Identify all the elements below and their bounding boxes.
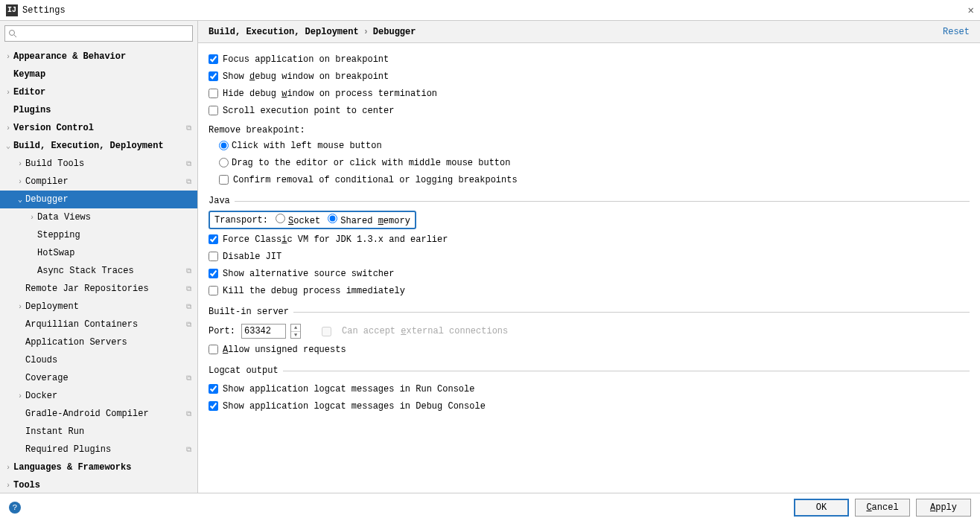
sidebar-item-label: Appearance & Behavior	[13, 51, 126, 62]
allow-unsigned-label: Allow unsigned requests	[223, 345, 346, 355]
chevron-right-icon: ›	[6, 53, 13, 61]
can-accept-label: Can accept external connections	[342, 326, 508, 336]
sidebar-item-debugger[interactable]: ⌄Debugger	[0, 191, 197, 208]
java-section: Java Transport: Socket Shared memory For…	[209, 196, 970, 299]
apply-button[interactable]: Apply	[916, 499, 971, 517]
sidebar-item-version-control[interactable]: ›Version Control⧉	[0, 119, 197, 137]
search-input[interactable]	[4, 25, 193, 42]
sidebar-item-label: Stepping	[37, 230, 80, 240]
help-icon[interactable]: ?	[9, 502, 21, 514]
sidebar-item-keymap[interactable]: Keymap	[0, 65, 197, 83]
sidebar-item-clouds[interactable]: Clouds	[0, 351, 197, 369]
socket-option[interactable]: Socket	[276, 214, 320, 226]
sidebar-item-required-plugins[interactable]: Required Plugins⧉	[0, 441, 197, 458]
chevron-right-icon: ›	[6, 89, 13, 97]
sidebar-item-tools[interactable]: ›Tools	[0, 476, 197, 493]
titlebar: IJ Settings ✕	[0, 0, 980, 21]
project-scope-icon: ⧉	[186, 446, 191, 454]
sidebar-item-plugins[interactable]: Plugins	[0, 101, 197, 119]
show-debug-checkbox[interactable]	[209, 71, 218, 81]
can-accept-checkbox	[322, 327, 331, 336]
reset-link[interactable]: Reset	[943, 27, 970, 37]
sidebar-item-label: Build Tools	[25, 159, 84, 169]
sidebar-item-stepping[interactable]: Stepping	[0, 226, 197, 244]
sidebar-item-compiler[interactable]: ›Compiler⧉	[0, 173, 197, 191]
sidebar-item-async-stack-traces[interactable]: Async Stack Traces⧉	[0, 262, 197, 280]
sidebar-item-label: Plugins	[13, 105, 51, 115]
transport-group: Transport: Socket Shared memory	[209, 211, 416, 229]
sidebar-item-data-views[interactable]: ›Data Views	[0, 208, 197, 226]
logcat-section: Logcat output Show application logcat me…	[209, 365, 970, 415]
sidebar-item-languages-frameworks[interactable]: ›Languages & Frameworks	[0, 458, 197, 476]
chevron-right-icon: ›	[6, 464, 13, 472]
scroll-exec-checkbox[interactable]	[209, 106, 218, 115]
kill-debug-checkbox[interactable]	[209, 286, 218, 295]
sidebar-item-label: Instant Run	[25, 426, 84, 437]
sidebar-item-label: Editor	[13, 87, 45, 98]
sidebar-item-label: Data Views	[37, 212, 91, 223]
drag-middle-radio[interactable]	[219, 158, 229, 167]
project-scope-icon: ⧉	[186, 321, 191, 329]
hide-debug-checkbox[interactable]	[209, 89, 218, 98]
chevron-down-icon[interactable]: ▼	[291, 332, 300, 339]
sidebar-item-deployment[interactable]: ›Deployment⧉	[0, 298, 197, 316]
sidebar: ›Appearance & BehaviorKeymap›EditorPlugi…	[0, 21, 198, 493]
sidebar-item-label: Application Servers	[25, 337, 127, 348]
sidebar-item-instant-run[interactable]: Instant Run	[0, 423, 197, 441]
project-scope-icon: ⧉	[186, 178, 191, 186]
sidebar-item-gradle-android-compiler[interactable]: Gradle-Android Compiler⧉	[0, 405, 197, 423]
chevron-up-icon[interactable]: ▲	[291, 325, 300, 332]
sidebar-item-docker[interactable]: ›Docker	[0, 387, 197, 405]
show-debug-label: Show debug window on breakpoint	[223, 71, 389, 82]
content: Build, Execution, Deployment › Debugger …	[198, 21, 980, 493]
project-scope-icon: ⧉	[186, 267, 191, 275]
logcat-debug-checkbox[interactable]	[209, 401, 218, 411]
hide-debug-label: Hide debug window on process termination	[223, 89, 437, 99]
sidebar-item-remote-jar-repositories[interactable]: Remote Jar Repositories⧉	[0, 280, 197, 298]
cancel-button[interactable]: Cancel	[855, 499, 910, 517]
sidebar-item-label: Required Plugins	[25, 444, 111, 455]
remove-bp-label: Remove breakpoint:	[209, 125, 970, 135]
sidebar-item-editor[interactable]: ›Editor	[0, 83, 197, 101]
port-input[interactable]	[241, 324, 286, 339]
scroll-exec-label: Scroll execution point to center	[223, 106, 394, 116]
sidebar-item-appearance-behavior[interactable]: ›Appearance & Behavior	[0, 48, 197, 65]
kill-debug-label: Kill the debug process immediately	[223, 286, 405, 296]
sidebar-item-label: Tools	[13, 480, 40, 490]
sidebar-item-label: Gradle-Android Compiler	[25, 409, 149, 419]
sidebar-item-hotswap[interactable]: HotSwap	[0, 244, 197, 262]
sidebar-item-build-execution-deployment[interactable]: ⌄Build, Execution, Deployment	[0, 137, 197, 155]
server-legend: Built-in server	[209, 307, 293, 317]
show-alt-checkbox[interactable]	[209, 269, 218, 278]
sidebar-item-build-tools[interactable]: ›Build Tools⧉	[0, 155, 197, 173]
focus-app-checkbox[interactable]	[209, 54, 218, 64]
port-spinner[interactable]: ▲▼	[290, 324, 301, 339]
project-scope-icon: ⧉	[186, 374, 191, 383]
main: ›Appearance & BehaviorKeymap›EditorPlugi…	[0, 21, 980, 493]
disable-jit-checkbox[interactable]	[209, 252, 218, 261]
focus-app-label: Focus application on breakpoint	[223, 54, 389, 65]
chevron-right-icon: ›	[18, 392, 25, 400]
sidebar-item-arquillian-containers[interactable]: Arquillian Containers⧉	[0, 316, 197, 333]
settings-tree[interactable]: ›Appearance & BehaviorKeymap›EditorPlugi…	[0, 46, 197, 493]
sidebar-item-application-servers[interactable]: Application Servers	[0, 333, 197, 351]
sidebar-item-coverage[interactable]: Coverage⧉	[0, 369, 197, 387]
chevron-down-icon: ⌄	[6, 141, 13, 150]
ok-button[interactable]: OK	[794, 499, 849, 517]
confirm-removal-checkbox[interactable]	[219, 175, 229, 185]
confirm-removal-label: Confirm removal of conditional or loggin…	[233, 175, 518, 185]
force-classic-checkbox[interactable]	[209, 234, 218, 244]
sidebar-item-label: Keymap	[13, 69, 45, 80]
click-left-radio[interactable]	[219, 141, 229, 150]
close-icon[interactable]: ✕	[968, 4, 974, 16]
footer: ? OK Cancel Apply	[0, 493, 980, 521]
project-scope-icon: ⧉	[186, 160, 191, 168]
window-title: Settings	[22, 5, 66, 16]
project-scope-icon: ⧉	[186, 410, 191, 418]
allow-unsigned-checkbox[interactable]	[209, 345, 218, 354]
logcat-debug-label: Show application logcat messages in Debu…	[223, 401, 486, 412]
shared-memory-option[interactable]: Shared memory	[328, 214, 410, 226]
logcat-run-checkbox[interactable]	[209, 384, 218, 394]
chevron-right-icon: ›	[363, 27, 369, 37]
sidebar-item-label: Build, Execution, Deployment	[13, 141, 164, 151]
